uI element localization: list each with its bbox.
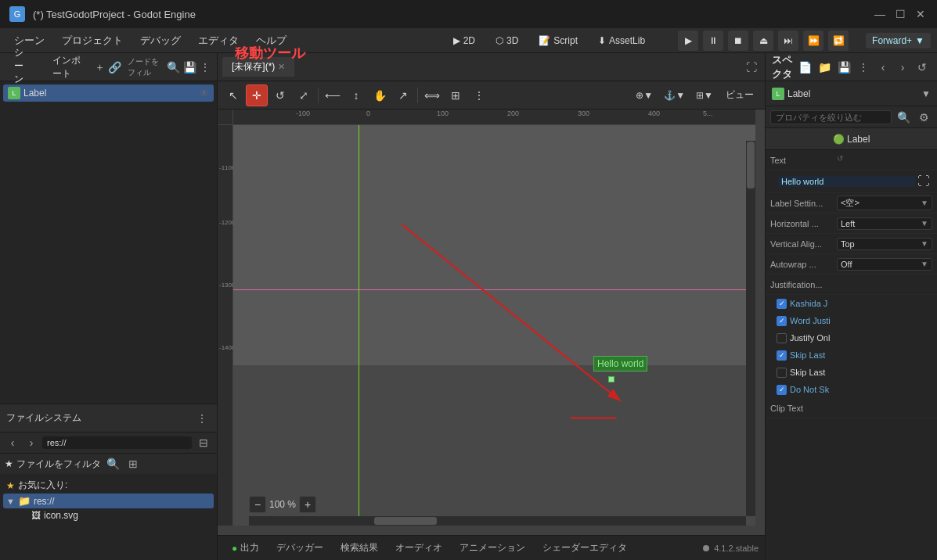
filesystem-more-button[interactable]: ⋮ — [193, 410, 211, 427]
node-dropdown-arrow[interactable]: ▼ — [921, 88, 931, 99]
h-scrollbar-thumb[interactable] — [374, 517, 437, 525]
zoom-in-button[interactable]: + — [299, 496, 316, 513]
inspector-script-btn[interactable]: 📄 — [796, 59, 813, 76]
link-button[interactable]: 🔗 — [108, 59, 121, 76]
tab-shader[interactable]: シェーダーエディタ — [535, 539, 635, 557]
view-3d-button[interactable]: ⬡ 3D — [488, 33, 526, 48]
renderer-button[interactable]: Forward+ ▼ — [866, 33, 931, 48]
res-root-item[interactable]: ▼ 📁 res:// — [3, 494, 214, 508]
tab-label: [未保存](*) — [232, 60, 275, 74]
property-settings-icon[interactable]: ⚙ — [915, 109, 932, 126]
loop-button[interactable]: 🔁 — [828, 31, 849, 51]
add-node-button[interactable]: + — [95, 59, 105, 76]
menu-debug[interactable]: デバッグ — [132, 31, 189, 51]
run-specific-button[interactable]: ⏩ — [803, 31, 823, 51]
back-button[interactable]: ‹ — [5, 435, 20, 451]
tab-audio[interactable]: オーディオ — [387, 539, 450, 557]
grid-button[interactable]: ⊞ — [445, 84, 467, 106]
close-button[interactable]: ✕ — [914, 7, 928, 21]
inspector-forward-btn[interactable]: › — [894, 59, 911, 76]
scene-tab[interactable]: [未保存](*) ✕ — [222, 57, 294, 77]
view-2d-button[interactable]: ▶ 2D — [445, 33, 483, 48]
stop-button[interactable]: ⏹ — [728, 31, 748, 51]
prop-autowrap-dropdown[interactable]: Off ▼ — [837, 258, 932, 271]
rotate-tool-button[interactable]: ↺ — [269, 84, 291, 106]
view-toggle-button[interactable]: ビュー — [719, 87, 760, 103]
viewport[interactable]: -100 0 100 200 300 400 5... -1100 -1200 … — [218, 109, 765, 535]
cb-do-not-sk-box[interactable]: ✓ — [777, 385, 787, 395]
minimize-button[interactable]: — — [873, 7, 887, 21]
icon-svg-item[interactable]: 🖼 icon.svg — [3, 508, 214, 522]
v-scrollbar-thumb[interactable] — [747, 142, 755, 188]
anchor-snap-button[interactable]: ⚓▼ — [659, 88, 690, 102]
vertical-scrollbar[interactable] — [746, 141, 755, 516]
view-script-button[interactable]: 📝 Script — [531, 33, 586, 48]
ruler-tool-button[interactable]: ↗ — [392, 84, 414, 106]
menu-help[interactable]: ヘルプ — [248, 31, 294, 51]
forward-button[interactable]: › — [23, 435, 39, 451]
snap-options-button[interactable]: ⟺ — [421, 84, 443, 106]
grid-snap-button[interactable]: ⊞▼ — [691, 88, 718, 102]
pan-tool-button[interactable]: ✋ — [369, 84, 391, 106]
cb-skip-last-2-box[interactable] — [777, 368, 787, 378]
cb-skip-last-1-box[interactable]: ✓ — [777, 350, 787, 361]
tools-more-button[interactable]: ⋮ — [468, 84, 490, 106]
menu-project[interactable]: プロジェクト — [54, 31, 131, 51]
tab-debugger[interactable]: デバッガー — [268, 539, 331, 557]
pause-button[interactable]: ⏸ — [703, 31, 723, 51]
filter-options-button[interactable]: ⊞ — [124, 455, 142, 472]
transform-button[interactable]: ↕ — [345, 84, 367, 106]
node-selector: L Label ▼ — [766, 81, 937, 106]
tab-import[interactable]: インポート — [45, 51, 90, 84]
inspector-folder-btn[interactable]: 📁 — [816, 59, 833, 76]
inspector-reset-btn[interactable]: ↺ — [914, 59, 931, 76]
run-scene-button[interactable]: ⏏ — [753, 31, 773, 51]
move-tool-button[interactable]: ✛ — [246, 84, 268, 106]
collapse-button[interactable]: ⊟ — [195, 434, 212, 451]
zoom-out-button[interactable]: − — [249, 496, 266, 513]
cb-word-justi-box[interactable]: ✓ — [777, 316, 787, 326]
filter-nodes-button[interactable]: ノードをフィル — [124, 59, 164, 76]
search-nodes-button[interactable]: 🔍 — [167, 59, 180, 76]
tab-search[interactable]: 検索結果 — [333, 539, 386, 557]
prop-hello-world[interactable]: Hello world — [778, 176, 915, 187]
next-frame-button[interactable]: ⏭ — [778, 31, 798, 51]
horizontal-scrollbar[interactable] — [249, 516, 746, 526]
prop-labelsettings-dropdown[interactable]: <空> ▼ — [837, 196, 932, 210]
move-pivot-button[interactable]: ⟵ — [322, 84, 344, 106]
hello-world-label[interactable]: Hello world — [593, 356, 647, 372]
prop-expand-button[interactable]: ⛶ — [915, 173, 932, 190]
view-assetlib-button[interactable]: ⬇ AssetLib — [590, 33, 653, 48]
prop-text-reset[interactable]: ↺ — [837, 154, 849, 167]
cb-justify-onl-box[interactable] — [777, 333, 787, 343]
filter-search-icon[interactable]: 🔍 — [104, 455, 121, 472]
scene-panel: シーン インポート + 🔗 ノードをフィル 🔍 💾 ⋮ L Label 👁 — [0, 53, 217, 404]
property-search-icon[interactable]: 🔍 — [895, 109, 912, 126]
property-search-input[interactable] — [770, 110, 892, 124]
cb-kashida-box[interactable]: ✓ — [777, 299, 787, 309]
scene-panel-actions: + 🔗 ノードをフィル 🔍 💾 ⋮ — [95, 59, 211, 76]
inspector-more-btn[interactable]: ⋮ — [855, 59, 872, 76]
visibility-icon[interactable]: 👁 — [200, 88, 209, 99]
inspector-save-btn[interactable]: 💾 — [835, 59, 852, 76]
tab-output[interactable]: ● 出力 — [224, 539, 267, 557]
tab-close-icon[interactable]: ✕ — [278, 62, 285, 72]
transform-handle[interactable] — [608, 376, 614, 382]
maximize-button[interactable]: ☐ — [893, 7, 907, 21]
fullscreen-button[interactable]: ⛶ — [743, 59, 760, 76]
save-scene-button[interactable]: 💾 — [183, 59, 196, 76]
run-button[interactable]: ▶ — [678, 31, 698, 51]
tool-separator-1 — [318, 88, 319, 103]
tab-animation[interactable]: アニメーション — [452, 539, 533, 557]
current-path[interactable]: res:// — [42, 436, 192, 449]
tree-item-label[interactable]: L Label 👁 — [3, 84, 214, 102]
origin-snap-button[interactable]: ⊕▼ — [631, 88, 658, 102]
select-tool-button[interactable]: ↖ — [222, 84, 244, 106]
inspector-back-btn[interactable]: ‹ — [874, 59, 892, 76]
scale-tool-button[interactable]: ⤢ — [293, 84, 315, 106]
menu-editor[interactable]: エディタ — [190, 31, 247, 51]
scene-more-button[interactable]: ⋮ — [200, 59, 211, 76]
prop-h-align-dropdown[interactable]: Left ▼ — [837, 217, 932, 230]
prop-v-align-dropdown[interactable]: Top ▼ — [837, 238, 932, 250]
svg-file-icon: 🖼 — [31, 510, 41, 521]
